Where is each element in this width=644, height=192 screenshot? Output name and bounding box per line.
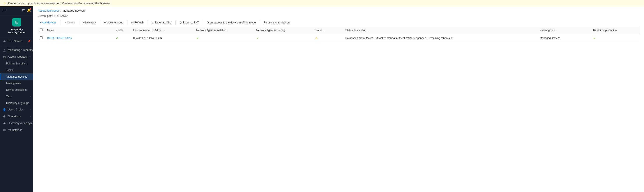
force-sync-button[interactable]: Force synchronization [262,20,292,25]
sidebar-managed-label: Managed devices [6,75,27,78]
col-realtime-label: Real-time protection [593,29,617,32]
pages-icon[interactable]: 🗔 [22,9,25,12]
path-info: Current path: KSC Server [33,14,644,19]
sidebar-tags-label: Tags [6,95,12,98]
col-header-status[interactable]: Status ↕ [313,27,343,34]
toolbar: + Add devices ✕ Delete + New task + Move… [33,19,644,27]
select-all-checkbox[interactable] [40,29,43,31]
sidebar-item-moving-rules[interactable]: Moving rules [0,80,33,87]
toolbar-sep-2 [79,20,79,25]
col-header-parent-group[interactable]: Parent group ↕ [538,27,591,34]
col-agent-installed-label: Network Agent is installed [196,29,226,32]
sidebar-item-operations[interactable]: ⚙ Operations › [0,113,33,120]
device-visible-cell: ✓ [114,34,131,42]
breadcrumb: Assets (Devices) / Managed devices [33,6,644,14]
device-status-cell: ⚠ [313,34,343,42]
sidebar-item-tasks[interactable]: Tasks [0,67,33,73]
sidebar-item-tags[interactable]: Tags › [0,93,33,100]
col-last-connected-label: Last connected to Admi... [133,29,163,32]
add-devices-button[interactable]: + Add devices [38,20,58,25]
tags-chevron: › [30,95,31,98]
device-agent-installed-cell: ✓ [194,34,254,42]
hamburger-icon[interactable]: ☰ [3,8,6,12]
devices-table-container: Name ↕ Visible Last connected to Admi...… [33,27,644,192]
device-name-cell: DESKTOP-58T13PG [45,34,114,42]
sidebar-item-hierarchy[interactable]: Hierarchy of groups [0,100,33,106]
col-header-agent-installed: Network Agent is installed [194,27,254,34]
license-banner: ⚠ One or more of your licenses are expir… [0,0,644,6]
brand-name: KasperskySecurity Center [8,28,26,34]
new-task-button[interactable]: + New task [81,20,98,25]
sidebar-top-icons: 🗔 🔔 [22,9,31,12]
toolbar-sep-3 [100,20,100,25]
device-name-link[interactable]: DESKTOP-58T13PG [47,37,72,40]
brand-logo: ⊞ [12,18,21,27]
sidebar-item-users-roles[interactable]: 👤 Users & roles › [0,106,33,113]
users-icon: 👤 [3,108,6,111]
table-header-row: Name ↕ Visible Last connected to Admi...… [38,27,640,34]
sidebar-policies-label: Policies & profiles [6,62,27,65]
sidebar-item-discovery[interactable]: ⊕ Discovery & deployment › [0,120,33,127]
refresh-label: Refresh [134,21,144,24]
refresh-button[interactable]: ⟳ Refresh [129,20,146,25]
sidebar-item-policies[interactable]: Policies & profiles [0,60,33,67]
sidebar-ksc-label: KSC Server [8,40,22,43]
sidebar-item-assets[interactable]: ▤ Assets (Devices) ▾ [0,54,33,60]
sidebar-marketplace-label: Marketplace [8,128,22,131]
toolbar-sep-1 [60,20,60,25]
parent-group-value: Managed devices [540,37,560,40]
device-status-desc-cell: Databases are outdated; BitLocker preboo… [343,34,538,42]
row-checkbox-cell [38,34,45,42]
export-csv-button[interactable]: ⬡ Export to CSV [150,20,174,25]
status-sort-icon: ↕ [324,29,324,32]
grant-access-button[interactable]: Grant access to the device in offline mo… [205,20,258,25]
col-header-status-desc[interactable]: Status description ↕ [343,27,538,34]
operations-chevron: › [30,115,31,118]
sidebar-tasks-label: Tasks [6,69,13,72]
sidebar-item-managed-devices[interactable]: Managed devices [0,73,33,80]
col-visible-label: Visible [116,29,124,32]
row-checkbox[interactable] [40,36,43,39]
banner-text: One or more of your licenses are expirin… [8,2,111,5]
assets-chevron: ▾ [30,56,31,58]
col-status-label: Status [315,29,322,32]
sidebar-item-marketplace[interactable]: ⊡ Marketplace [0,127,33,133]
col-header-checkbox [38,27,45,34]
export-txt-button[interactable]: ⬡ Export to TXT [177,20,201,25]
breadcrumb-separator: / [60,9,61,12]
sidebar-top: ☰ 🗔 🔔 [0,6,33,14]
col-parent-label: Parent group [540,29,555,32]
last-connected-sort-icon: ↕ [164,29,165,32]
device-agent-running-cell: ✓ [254,34,312,42]
sidebar-item-device-selections[interactable]: Device selections [0,87,33,93]
move-to-group-button[interactable]: + Move to group [102,20,126,25]
notification-icon[interactable]: 🔔 [27,9,31,12]
sidebar-hierarchy-label: Hierarchy of groups [6,101,29,105]
refresh-icon: ⟳ [132,21,134,24]
col-status-desc-label: Status description [345,29,366,32]
ksc-server-icon: ⊙ [3,40,6,43]
table-row: DESKTOP-58T13PG ✓ 08/28/2023 11:14:11 am… [38,34,640,42]
parent-sort-icon: ↕ [556,29,557,32]
path-value: KSC Server [54,15,68,18]
device-last-connected-cell: 08/28/2023 11:14:11 am [131,34,194,42]
status-ok-icon: ✓ [256,36,259,40]
devices-table: Name ↕ Visible Last connected to Admi...… [38,27,640,42]
sidebar-operations-label: Operations [8,115,21,118]
main-content: Assets (Devices) / Managed devices Curre… [33,6,644,192]
delete-button[interactable]: ✕ Delete [62,20,77,25]
col-agent-running-label: Network Agent is running [256,29,285,32]
col-header-visible: Visible [114,27,131,34]
sidebar-item-monitoring[interactable]: △ Monitoring & reporting [0,47,33,54]
col-header-name[interactable]: Name ↕ [45,27,114,34]
brand-section: ⊞ KasperskySecurity Center [0,14,33,37]
sidebar-discovery-label: Discovery & deployment [8,122,33,125]
col-header-last-connected[interactable]: Last connected to Admi... ↕ [131,27,194,34]
toolbar-sep-4 [127,20,128,25]
sidebar-item-ksc-server[interactable]: ⊙ KSC Server 📌 [0,38,33,45]
marketplace-icon: ⊡ [3,128,6,132]
sidebar-users-label: Users & roles [8,108,24,111]
toolbar-sep-8 [260,20,260,25]
status-desc-value: Databases are outdated; BitLocker preboo… [345,37,452,40]
breadcrumb-parent[interactable]: Assets (Devices) [38,9,59,12]
